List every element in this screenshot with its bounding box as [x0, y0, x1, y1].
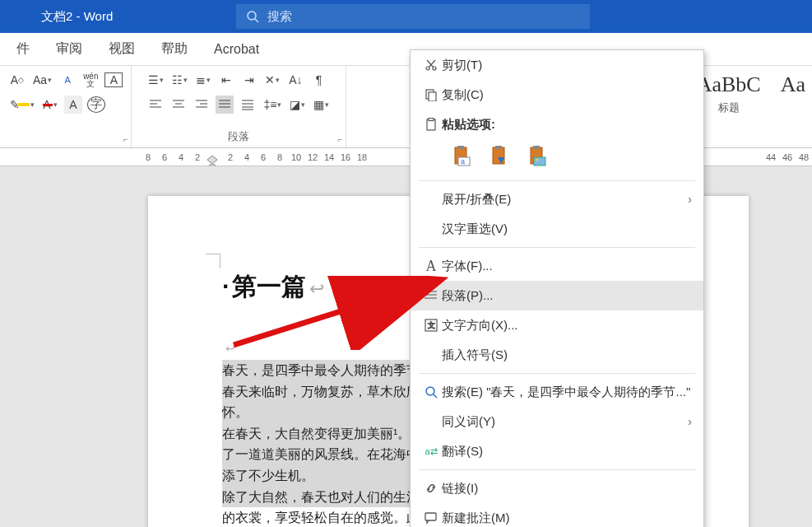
line-spacing-button[interactable]: ‡≡▾: [262, 96, 283, 114]
ribbon-group-paragraph: ☰▾ ☷▾ ≣▾ ⇤ ⇥ ✕▾ A↓ ¶: [132, 66, 346, 147]
ctx-insert-symbol[interactable]: 插入符号(S): [411, 340, 703, 370]
numbering-button[interactable]: ☷▾: [170, 71, 189, 89]
svg-marker-18: [207, 156, 217, 164]
paste-options-row: a: [411, 139, 703, 177]
phonetic-pinyin-button[interactable]: wén文: [81, 71, 100, 89]
svg-text:a: a: [461, 157, 465, 166]
align-right-button[interactable]: [193, 96, 211, 114]
justify-button[interactable]: [216, 96, 234, 114]
scissors-icon: [420, 58, 442, 72]
svg-point-0: [248, 12, 256, 20]
bullets-button[interactable]: ☰▾: [146, 71, 165, 89]
tab-acrobat[interactable]: Acrobat: [201, 42, 272, 57]
context-menu: 剪切(T) 复制(C) 粘贴选项: a 展开/折叠(E) › 汉字重选(V): [410, 49, 704, 527]
svg-point-37: [536, 159, 539, 161]
search-icon: [246, 10, 259, 23]
tab-partial[interactable]: 件: [3, 40, 43, 58]
link-icon: [420, 482, 442, 495]
sort-button[interactable]: A↓: [286, 71, 304, 89]
text-direction-icon: 文: [420, 319, 442, 332]
paste-picture-button[interactable]: [524, 144, 552, 169]
comment-icon: [420, 511, 442, 525]
ctx-synonyms[interactable]: 同义词(Y) ›: [411, 407, 703, 436]
search-placeholder: 搜索: [267, 9, 292, 25]
translate-icon: a⇄: [420, 446, 442, 457]
svg-rect-35: [533, 146, 540, 149]
indent-button[interactable]: ⇥: [240, 71, 258, 89]
distribute-button[interactable]: [239, 96, 257, 114]
clipboard-icon: [420, 118, 442, 131]
show-marks-button[interactable]: ¶: [309, 71, 327, 89]
ctx-copy-label: 复制(C): [442, 87, 692, 103]
ctx-expand-collapse[interactable]: 展开/折叠(E) ›: [411, 184, 703, 214]
ctx-cut[interactable]: 剪切(T): [411, 50, 703, 80]
copy-icon: [420, 88, 442, 101]
ctx-new-comment[interactable]: 新建批注(M): [411, 503, 703, 527]
ribbon-group-font: A◇ Aa▾ A wén文 A ✎▾ A▾ A 字 ⌐: [0, 66, 132, 147]
search-icon: [420, 385, 442, 399]
enclose-char-button[interactable]: 字: [87, 96, 105, 113]
svg-text:文: 文: [428, 321, 435, 329]
window-title: 文档2 - Word: [41, 9, 113, 25]
tab-help[interactable]: 帮助: [148, 40, 201, 58]
font-color-button[interactable]: A▾: [41, 96, 59, 114]
paste-merge-button[interactable]: [486, 144, 514, 169]
ctx-link[interactable]: 链接(I): [411, 473, 703, 503]
svg-rect-45: [425, 513, 436, 520]
svg-point-43: [426, 387, 434, 395]
svg-line-44: [434, 394, 437, 398]
char-border-button[interactable]: A: [104, 72, 123, 87]
ctx-cut-label: 剪切(T): [442, 58, 692, 73]
char-shading-button[interactable]: A: [64, 96, 82, 114]
svg-rect-29: [457, 146, 464, 149]
ctx-copy[interactable]: 复制(C): [411, 80, 703, 110]
borders-button[interactable]: ▦▾: [312, 96, 331, 114]
ctx-paragraph[interactable]: 段落(P)...: [411, 281, 703, 310]
svg-rect-32: [493, 147, 504, 164]
align-left-button[interactable]: [146, 96, 165, 114]
svg-rect-36: [534, 157, 545, 166]
paste-keep-source-button[interactable]: a: [448, 144, 476, 169]
svg-line-1: [255, 19, 258, 22]
ctx-text-direction[interactable]: 文 文字方向(X)...: [411, 310, 703, 340]
title-bar: 文档2 - Word 搜索: [0, 0, 812, 33]
chevron-right-icon: ›: [688, 193, 692, 206]
shading-button[interactable]: ◪▾: [288, 96, 307, 114]
phonetic-button[interactable]: A: [58, 71, 77, 89]
svg-rect-25: [429, 92, 436, 101]
search-box[interactable]: 搜索: [236, 4, 590, 29]
margin-corner-mark: [206, 254, 220, 268]
paragraph-group-label: 段落: [228, 129, 249, 144]
font-dialog-launcher[interactable]: ⌐: [123, 135, 128, 144]
svg-rect-27: [429, 119, 434, 121]
ctx-translate[interactable]: a⇄ 翻译(S): [411, 436, 703, 466]
ctx-search[interactable]: 搜索(E) "春天，是四季中最令人期待的季节...": [411, 377, 703, 407]
paragraph-lines-icon: [420, 290, 442, 301]
chevron-right-icon: ›: [688, 415, 692, 428]
font-icon: A: [420, 258, 442, 275]
style-sample-title[interactable]: AaBbC 标题: [697, 72, 761, 115]
highlight-button[interactable]: ✎▾: [8, 96, 36, 114]
ctx-paste-label: 粘贴选项:: [442, 117, 692, 133]
paragraph-dialog-launcher[interactable]: ⌐: [337, 135, 342, 144]
ctx-font[interactable]: A 字体(F)...: [411, 251, 703, 281]
svg-rect-33: [495, 146, 502, 149]
tab-review[interactable]: 审阅: [43, 40, 95, 58]
ctx-paste-label-row: 粘贴选项:: [411, 110, 703, 139]
align-center-button[interactable]: [169, 96, 188, 114]
ctx-hanzi-reselect[interactable]: 汉字重选(V): [411, 214, 703, 244]
outdent-button[interactable]: ⇤: [217, 71, 235, 89]
tab-view[interactable]: 视图: [95, 40, 148, 58]
asian-layout-button[interactable]: ✕▾: [263, 71, 281, 89]
font-size-button[interactable]: Aa▾: [31, 71, 53, 89]
style-sample-2[interactable]: Aa: [781, 72, 805, 97]
multilevel-button[interactable]: ≣▾: [194, 71, 212, 89]
clear-format-button[interactable]: A◇: [8, 71, 26, 89]
